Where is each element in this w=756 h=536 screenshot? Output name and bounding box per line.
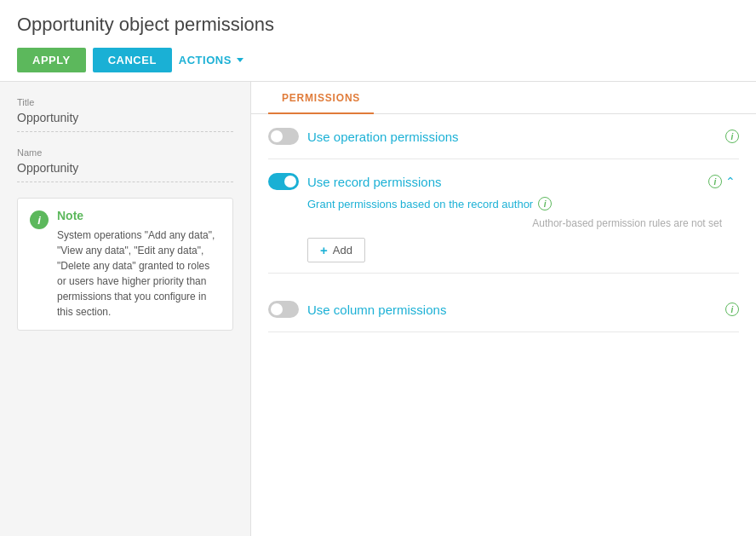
main-layout: Title Opportunity Name Opportunity i Not…	[0, 82, 756, 536]
toggle-operation-slider	[268, 128, 299, 145]
permissions-list: Use operation permissions i Use record p…	[251, 114, 756, 332]
title-value: Opportunity	[17, 111, 233, 132]
toolbar: APPLY CANCEL ACTIONS	[17, 48, 739, 72]
note-text: System operations "Add any data", "View …	[57, 228, 220, 320]
permission-label-column: Use column permissions	[307, 303, 720, 317]
tab-permissions[interactable]: PERMISSIONS	[268, 82, 374, 114]
apply-button[interactable]: APPLY	[17, 48, 86, 72]
permission-label-operation: Use operation permissions	[307, 130, 720, 144]
title-field-group: Title Opportunity	[17, 97, 233, 132]
sidebar: Title Opportunity Name Opportunity i Not…	[0, 82, 251, 536]
grant-label: Grant permissions based on the record au…	[307, 198, 533, 210]
tabs-bar: PERMISSIONS	[251, 82, 756, 114]
page-header: Opportunity object permissions APPLY CAN…	[0, 0, 756, 82]
info-icon-grant[interactable]: i	[538, 197, 552, 210]
info-icon-record[interactable]: i	[708, 175, 722, 188]
name-value: Opportunity	[17, 161, 233, 182]
toggle-record-slider	[268, 173, 299, 190]
actions-button[interactable]: ACTIONS	[179, 54, 243, 66]
note-box: i Note System operations "Add any data",…	[17, 198, 233, 331]
chevron-down-icon	[237, 58, 243, 62]
permission-label-record: Use record permissions	[307, 175, 703, 189]
page-title: Opportunity object permissions	[17, 14, 739, 36]
note-icon: i	[30, 210, 49, 229]
toggle-column[interactable]	[268, 301, 299, 318]
content-area: PERMISSIONS Use operation permissions i	[251, 82, 756, 536]
note-title: Note	[57, 209, 220, 222]
toggle-column-slider	[268, 301, 299, 318]
add-button[interactable]: + Add	[307, 238, 365, 262]
plus-icon: +	[320, 243, 328, 257]
permission-row-column: Use column permissions i	[268, 287, 739, 332]
record-expanded-content: Grant permissions based on the record au…	[268, 190, 739, 274]
note-content: Note System operations "Add any data", "…	[57, 209, 220, 320]
collapse-record-icon[interactable]: ⌃	[722, 175, 739, 188]
title-label: Title	[17, 97, 233, 107]
info-icon-column[interactable]: i	[725, 303, 739, 316]
cancel-button[interactable]: CANCEL	[93, 48, 172, 72]
author-note: Author-based permission rules are not se…	[307, 217, 739, 229]
add-label: Add	[333, 244, 352, 256]
permission-row-record: Use record permissions i ⌃ Grant permiss…	[268, 159, 739, 287]
permission-row-operation: Use operation permissions i	[268, 114, 739, 159]
toggle-record[interactable]	[268, 173, 299, 190]
name-label: Name	[17, 147, 233, 158]
info-icon-operation[interactable]: i	[725, 130, 739, 143]
grant-row: Grant permissions based on the record au…	[307, 197, 739, 210]
name-field-group: Name Opportunity	[17, 147, 233, 182]
toggle-operation[interactable]	[268, 128, 299, 145]
